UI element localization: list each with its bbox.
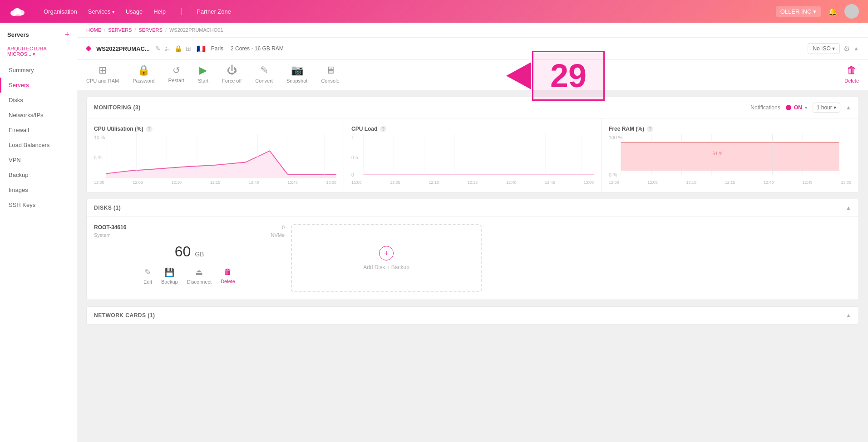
disk-edit-button[interactable]: ✎ Edit (143, 267, 152, 285)
action-delete[interactable]: 🗑 Delete (844, 64, 859, 83)
nav-usage[interactable]: Usage (126, 8, 143, 15)
disk-item: ROOT-34616 0 System NVMe 60 GB ✎ (94, 224, 285, 292)
disk-meta: System NVMe (94, 232, 285, 238)
breadcrumb-servers[interactable]: SERVERS (108, 27, 132, 33)
cpu-utilisation-title: CPU Utilisation (%) ? (94, 126, 336, 132)
nav-organisation[interactable]: Organisation (44, 8, 77, 15)
breadcrumb-current: WS2022PRUMACHO01 (169, 27, 223, 33)
nav-partner-zone[interactable]: Partner Zone (197, 8, 231, 15)
disk-delete-icon: 🗑 (224, 267, 232, 277)
action-restart[interactable]: ↺ Restart (168, 65, 184, 83)
sidebar-header: Servers + (0, 23, 77, 43)
sidebar-item-networks-ips[interactable]: Networks/IPs (0, 108, 77, 123)
nav-services[interactable]: Services (88, 8, 115, 15)
action-snapshot[interactable]: 📷 Snapshot (286, 64, 307, 83)
tag-icon[interactable]: 🏷 (164, 45, 171, 52)
action-force-off[interactable]: ⏻ Force off (222, 64, 242, 83)
action-console[interactable]: 🖥 Console (321, 64, 339, 83)
start-label: Start (198, 78, 208, 83)
disk-name: ROOT-34616 (94, 224, 126, 231)
breadcrumb-home[interactable]: HOME (86, 27, 101, 33)
svg-text:10 %: 10 % (94, 136, 105, 141)
header-right-actions: No ISO ▾ ⚙ ▲ (808, 43, 859, 54)
nav-help[interactable]: Help (153, 8, 166, 15)
nav-right: OLLER INC ▾ 🔔 (776, 4, 859, 19)
free-ram-label: Free RAM (%) (609, 126, 644, 132)
restart-icon: ↺ (173, 65, 180, 76)
disk-type: System (94, 232, 111, 238)
sidebar-item-images[interactable]: Images (0, 182, 77, 197)
action-password[interactable]: 🔒 Password (133, 64, 154, 83)
add-disk-button[interactable]: + Add Disk + Backup (291, 224, 482, 292)
sidebar-title: Servers (7, 31, 29, 38)
cpu-load-help[interactable]: ? (380, 126, 386, 132)
notifications-bell[interactable]: 🔔 (828, 7, 837, 16)
toggle-indicator (786, 105, 791, 110)
sidebar-item-vpn[interactable]: VPN (0, 152, 77, 167)
monitoring-header-right: Notifications ON ▾ 1 hour ▾ ▲ (750, 103, 851, 113)
snapshot-icon: 📷 (291, 64, 303, 76)
console-icon: 🖥 (326, 64, 335, 76)
disks-collapse-icon[interactable]: ▲ (846, 205, 851, 211)
notifications-label: Notifications (750, 104, 780, 111)
disk-backup-button[interactable]: 💾 Backup (161, 267, 178, 285)
svg-text:0: 0 (351, 172, 354, 177)
sidebar-item-summary[interactable]: Summary (0, 63, 77, 78)
settings-icon[interactable]: ⚙ (843, 44, 850, 53)
flag-france: 🇫🇷 (197, 44, 206, 53)
sidebar-item-servers[interactable]: Servers (0, 78, 77, 93)
network-cards-collapse-icon[interactable]: ▲ (846, 312, 851, 319)
disk-actions: ✎ Edit 💾 Backup ⏏ Disconnect (94, 267, 285, 285)
sidebar-item-ssh-keys[interactable]: SSH Keys (0, 197, 77, 212)
notification-toggle[interactable]: ON ▾ (786, 104, 807, 111)
charts-row: CPU Utilisation (%) ? 10 % 5 % (87, 118, 858, 192)
delete-icon: 🗑 (847, 64, 857, 76)
console-label: Console (321, 78, 339, 83)
sidebar-org[interactable]: ARQUITECTURA MICROS... (0, 43, 77, 63)
action-cpu-ram[interactable]: ⊞ CPU and RAM (86, 64, 119, 83)
action-start[interactable]: ▶ Start (198, 64, 208, 83)
sidebar-item-firewall[interactable]: Firewall (0, 123, 77, 138)
free-ram-help[interactable]: ? (647, 126, 653, 132)
breadcrumb: HOME / SERVERS / SERVERS / WS2022PRUMACH… (77, 23, 868, 38)
expand-icon[interactable]: ▲ (853, 45, 859, 52)
svg-text:0 %: 0 % (609, 172, 617, 177)
monitoring-collapse-icon[interactable]: ▲ (846, 104, 851, 111)
sidebar-item-disks[interactable]: Disks (0, 93, 77, 108)
disks-row: ROOT-34616 0 System NVMe 60 GB ✎ (87, 217, 858, 300)
breadcrumb-sep1: / (104, 27, 105, 33)
org-selector[interactable]: OLLER INC ▾ (776, 6, 821, 17)
svg-text:100 %: 100 % (609, 136, 622, 141)
disk-backup-icon: 💾 (164, 267, 174, 277)
restart-label: Restart (168, 78, 184, 83)
disk-delete-button[interactable]: 🗑 Delete (221, 267, 235, 285)
breadcrumb-sep3: / (165, 27, 167, 33)
disk-size-unit: GB (195, 250, 204, 258)
logo[interactable] (9, 5, 25, 18)
monitoring-card: MONITORING (3) Notifications ON ▾ 1 hour… (86, 97, 859, 192)
cpu-utilisation-help[interactable]: ? (146, 126, 153, 132)
sidebar-item-backup[interactable]: Backup (0, 167, 77, 182)
network-cards-title: NETWORK CARDS (1) (94, 312, 155, 319)
network-cards-header: NETWORK CARDS (1) ▲ (87, 307, 858, 324)
annotation-number: 29 (550, 59, 587, 92)
sidebar-item-load-balancers[interactable]: Load Balancers (0, 138, 77, 152)
svg-text:0.5: 0.5 (351, 156, 358, 161)
disk-disconnect-icon: ⏏ (195, 267, 203, 277)
server-specs: 2 Cores - 16 GB RAM (231, 45, 284, 52)
convert-icon: ✎ (260, 64, 268, 76)
breadcrumb-servers2[interactable]: SERVERS (139, 27, 163, 33)
monitoring-title: MONITORING (3) (94, 104, 141, 111)
add-server-button[interactable]: + (64, 30, 69, 39)
top-navigation: Organisation Services Usage Help | Partn… (0, 0, 868, 23)
cpu-utilisation-x-labels: 12:00 12:05 12:10 12:15 12:40 12:45 13:0… (94, 180, 336, 185)
no-iso-selector[interactable]: No ISO ▾ (808, 43, 840, 54)
lock-icon[interactable]: 🔒 (174, 45, 182, 52)
time-period-select[interactable]: 1 hour ▾ (813, 103, 840, 113)
user-avatar[interactable] (844, 4, 859, 19)
cpu-utilisation-area: 10 % 5 % (94, 134, 336, 179)
cpu-load-label: CPU Load (351, 126, 377, 132)
disk-disconnect-button[interactable]: ⏏ Disconnect (187, 267, 212, 285)
action-convert[interactable]: ✎ Convert (255, 64, 273, 83)
edit-icon[interactable]: ✎ (155, 45, 161, 52)
